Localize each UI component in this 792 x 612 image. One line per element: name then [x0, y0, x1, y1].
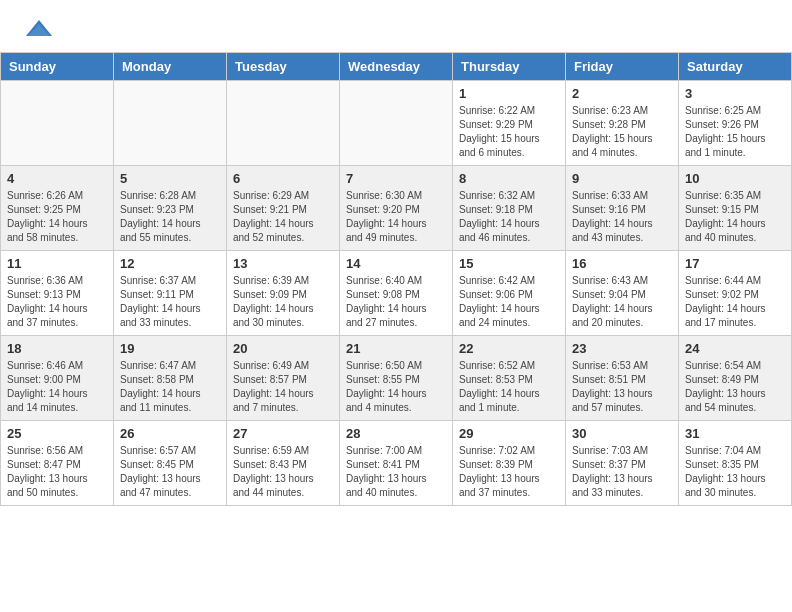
day-number: 20 — [233, 341, 333, 356]
day-number: 17 — [685, 256, 785, 271]
day-number: 29 — [459, 426, 559, 441]
day-number: 30 — [572, 426, 672, 441]
calendar-header-monday: Monday — [114, 53, 227, 81]
calendar-cell: 30Sunrise: 7:03 AM Sunset: 8:37 PM Dayli… — [566, 421, 679, 506]
day-info: Sunrise: 6:40 AM Sunset: 9:08 PM Dayligh… — [346, 274, 446, 330]
calendar-cell: 8Sunrise: 6:32 AM Sunset: 9:18 PM Daylig… — [453, 166, 566, 251]
calendar-cell: 1Sunrise: 6:22 AM Sunset: 9:29 PM Daylig… — [453, 81, 566, 166]
day-number: 31 — [685, 426, 785, 441]
day-info: Sunrise: 6:46 AM Sunset: 9:00 PM Dayligh… — [7, 359, 107, 415]
day-number: 8 — [459, 171, 559, 186]
day-info: Sunrise: 6:53 AM Sunset: 8:51 PM Dayligh… — [572, 359, 672, 415]
day-info: Sunrise: 6:56 AM Sunset: 8:47 PM Dayligh… — [7, 444, 107, 500]
day-info: Sunrise: 7:03 AM Sunset: 8:37 PM Dayligh… — [572, 444, 672, 500]
day-info: Sunrise: 7:00 AM Sunset: 8:41 PM Dayligh… — [346, 444, 446, 500]
day-number: 24 — [685, 341, 785, 356]
day-number: 27 — [233, 426, 333, 441]
calendar-cell: 29Sunrise: 7:02 AM Sunset: 8:39 PM Dayli… — [453, 421, 566, 506]
day-info: Sunrise: 6:36 AM Sunset: 9:13 PM Dayligh… — [7, 274, 107, 330]
day-number: 4 — [7, 171, 107, 186]
calendar-cell: 11Sunrise: 6:36 AM Sunset: 9:13 PM Dayli… — [1, 251, 114, 336]
day-info: Sunrise: 6:23 AM Sunset: 9:28 PM Dayligh… — [572, 104, 672, 160]
day-info: Sunrise: 6:42 AM Sunset: 9:06 PM Dayligh… — [459, 274, 559, 330]
calendar-cell: 16Sunrise: 6:43 AM Sunset: 9:04 PM Dayli… — [566, 251, 679, 336]
day-info: Sunrise: 6:25 AM Sunset: 9:26 PM Dayligh… — [685, 104, 785, 160]
day-info: Sunrise: 6:47 AM Sunset: 8:58 PM Dayligh… — [120, 359, 220, 415]
calendar-cell: 15Sunrise: 6:42 AM Sunset: 9:06 PM Dayli… — [453, 251, 566, 336]
day-info: Sunrise: 6:39 AM Sunset: 9:09 PM Dayligh… — [233, 274, 333, 330]
calendar-header-wednesday: Wednesday — [340, 53, 453, 81]
day-info: Sunrise: 6:59 AM Sunset: 8:43 PM Dayligh… — [233, 444, 333, 500]
day-number: 25 — [7, 426, 107, 441]
calendar-header-thursday: Thursday — [453, 53, 566, 81]
calendar-cell — [114, 81, 227, 166]
calendar-cell: 31Sunrise: 7:04 AM Sunset: 8:35 PM Dayli… — [679, 421, 792, 506]
calendar-cell: 17Sunrise: 6:44 AM Sunset: 9:02 PM Dayli… — [679, 251, 792, 336]
calendar-cell: 24Sunrise: 6:54 AM Sunset: 8:49 PM Dayli… — [679, 336, 792, 421]
calendar-cell: 6Sunrise: 6:29 AM Sunset: 9:21 PM Daylig… — [227, 166, 340, 251]
calendar-cell: 19Sunrise: 6:47 AM Sunset: 8:58 PM Dayli… — [114, 336, 227, 421]
calendar-cell: 13Sunrise: 6:39 AM Sunset: 9:09 PM Dayli… — [227, 251, 340, 336]
calendar-cell: 27Sunrise: 6:59 AM Sunset: 8:43 PM Dayli… — [227, 421, 340, 506]
day-info: Sunrise: 7:02 AM Sunset: 8:39 PM Dayligh… — [459, 444, 559, 500]
calendar-header-friday: Friday — [566, 53, 679, 81]
day-number: 23 — [572, 341, 672, 356]
day-number: 22 — [459, 341, 559, 356]
day-info: Sunrise: 6:50 AM Sunset: 8:55 PM Dayligh… — [346, 359, 446, 415]
calendar-week-2: 4Sunrise: 6:26 AM Sunset: 9:25 PM Daylig… — [1, 166, 792, 251]
day-info: Sunrise: 6:28 AM Sunset: 9:23 PM Dayligh… — [120, 189, 220, 245]
day-info: Sunrise: 6:52 AM Sunset: 8:53 PM Dayligh… — [459, 359, 559, 415]
calendar-cell: 20Sunrise: 6:49 AM Sunset: 8:57 PM Dayli… — [227, 336, 340, 421]
calendar-week-1: 1Sunrise: 6:22 AM Sunset: 9:29 PM Daylig… — [1, 81, 792, 166]
day-info: Sunrise: 6:37 AM Sunset: 9:11 PM Dayligh… — [120, 274, 220, 330]
day-number: 7 — [346, 171, 446, 186]
calendar-cell: 26Sunrise: 6:57 AM Sunset: 8:45 PM Dayli… — [114, 421, 227, 506]
day-info: Sunrise: 6:22 AM Sunset: 9:29 PM Dayligh… — [459, 104, 559, 160]
calendar-cell: 21Sunrise: 6:50 AM Sunset: 8:55 PM Dayli… — [340, 336, 453, 421]
calendar-cell: 28Sunrise: 7:00 AM Sunset: 8:41 PM Dayli… — [340, 421, 453, 506]
calendar-cell: 14Sunrise: 6:40 AM Sunset: 9:08 PM Dayli… — [340, 251, 453, 336]
calendar-cell: 2Sunrise: 6:23 AM Sunset: 9:28 PM Daylig… — [566, 81, 679, 166]
day-info: Sunrise: 6:49 AM Sunset: 8:57 PM Dayligh… — [233, 359, 333, 415]
day-info: Sunrise: 6:29 AM Sunset: 9:21 PM Dayligh… — [233, 189, 333, 245]
calendar-cell: 3Sunrise: 6:25 AM Sunset: 9:26 PM Daylig… — [679, 81, 792, 166]
calendar-week-3: 11Sunrise: 6:36 AM Sunset: 9:13 PM Dayli… — [1, 251, 792, 336]
day-number: 18 — [7, 341, 107, 356]
calendar-cell: 23Sunrise: 6:53 AM Sunset: 8:51 PM Dayli… — [566, 336, 679, 421]
day-number: 16 — [572, 256, 672, 271]
calendar-cell: 9Sunrise: 6:33 AM Sunset: 9:16 PM Daylig… — [566, 166, 679, 251]
calendar-cell: 12Sunrise: 6:37 AM Sunset: 9:11 PM Dayli… — [114, 251, 227, 336]
day-number: 12 — [120, 256, 220, 271]
day-number: 11 — [7, 256, 107, 271]
calendar-cell — [340, 81, 453, 166]
day-number: 5 — [120, 171, 220, 186]
calendar-cell: 18Sunrise: 6:46 AM Sunset: 9:00 PM Dayli… — [1, 336, 114, 421]
calendar-cell: 7Sunrise: 6:30 AM Sunset: 9:20 PM Daylig… — [340, 166, 453, 251]
page-header — [0, 0, 792, 52]
day-info: Sunrise: 6:33 AM Sunset: 9:16 PM Dayligh… — [572, 189, 672, 245]
day-number: 10 — [685, 171, 785, 186]
day-info: Sunrise: 6:57 AM Sunset: 8:45 PM Dayligh… — [120, 444, 220, 500]
day-info: Sunrise: 6:30 AM Sunset: 9:20 PM Dayligh… — [346, 189, 446, 245]
day-number: 2 — [572, 86, 672, 101]
day-info: Sunrise: 6:26 AM Sunset: 9:25 PM Dayligh… — [7, 189, 107, 245]
calendar-header-sunday: Sunday — [1, 53, 114, 81]
calendar-cell — [227, 81, 340, 166]
calendar-table: SundayMondayTuesdayWednesdayThursdayFrid… — [0, 52, 792, 506]
calendar-week-4: 18Sunrise: 6:46 AM Sunset: 9:00 PM Dayli… — [1, 336, 792, 421]
calendar-header-saturday: Saturday — [679, 53, 792, 81]
day-number: 14 — [346, 256, 446, 271]
day-number: 1 — [459, 86, 559, 101]
calendar-header-tuesday: Tuesday — [227, 53, 340, 81]
day-number: 6 — [233, 171, 333, 186]
day-info: Sunrise: 6:54 AM Sunset: 8:49 PM Dayligh… — [685, 359, 785, 415]
day-number: 26 — [120, 426, 220, 441]
day-info: Sunrise: 6:43 AM Sunset: 9:04 PM Dayligh… — [572, 274, 672, 330]
day-number: 21 — [346, 341, 446, 356]
day-number: 13 — [233, 256, 333, 271]
day-number: 9 — [572, 171, 672, 186]
calendar-cell: 25Sunrise: 6:56 AM Sunset: 8:47 PM Dayli… — [1, 421, 114, 506]
logo — [24, 18, 58, 42]
calendar-cell: 10Sunrise: 6:35 AM Sunset: 9:15 PM Dayli… — [679, 166, 792, 251]
calendar-cell: 5Sunrise: 6:28 AM Sunset: 9:23 PM Daylig… — [114, 166, 227, 251]
